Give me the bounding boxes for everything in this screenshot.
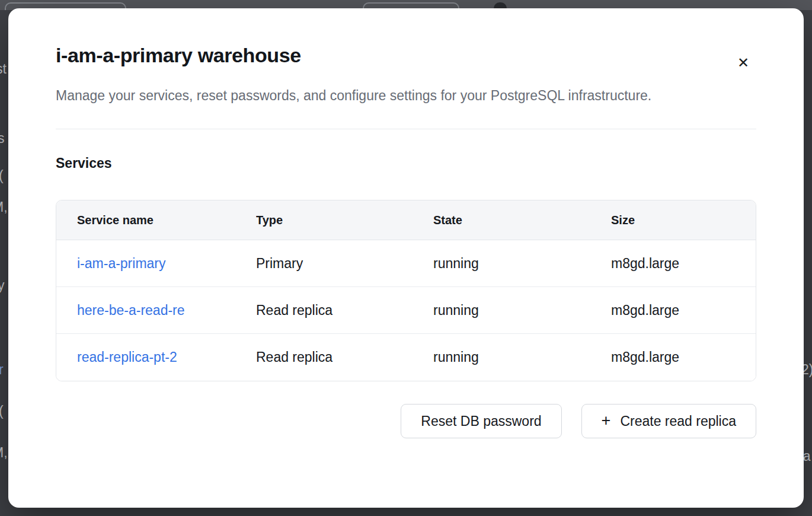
- service-size-cell: m8gd.large: [611, 302, 756, 318]
- service-type-cell: Primary: [256, 256, 433, 272]
- service-state-cell: running: [433, 349, 611, 365]
- column-header-size: Size: [611, 214, 756, 227]
- divider: [56, 129, 756, 129]
- table-row: here-be-a-read-re Read replica running m…: [56, 287, 756, 334]
- service-size-cell: m8gd.large: [611, 256, 756, 272]
- background-text-fragment: (: [0, 403, 4, 419]
- reset-db-password-button[interactable]: Reset DB password: [401, 404, 561, 438]
- background-text-fragment: y: [0, 278, 5, 294]
- column-header-type: Type: [256, 214, 433, 227]
- column-header-state: State: [433, 214, 611, 227]
- services-table: Service name Type State Size i-am-a-prim…: [56, 200, 756, 381]
- service-name-link[interactable]: here-be-a-read-re: [77, 302, 185, 318]
- close-icon: ✕: [737, 55, 749, 71]
- background-link-fragment: ir: [0, 362, 4, 378]
- create-read-replica-label: Create read replica: [620, 413, 736, 429]
- page-title: i-am-a-primary warehouse: [56, 43, 756, 68]
- table-row: read-replica-pt-2 Read replica running m…: [56, 334, 756, 381]
- service-state-cell: running: [433, 302, 611, 318]
- service-state-cell: running: [433, 256, 611, 272]
- warehouse-modal: i-am-a-primary warehouse ✕ Manage your s…: [8, 8, 804, 508]
- reset-db-password-label: Reset DB password: [421, 413, 541, 429]
- service-name-link[interactable]: i-am-a-primary: [77, 256, 166, 271]
- service-name-link[interactable]: read-replica-pt-2: [77, 349, 177, 365]
- background-text-fragment: st: [0, 61, 7, 77]
- background-text-fragment: (: [0, 168, 4, 184]
- close-button[interactable]: ✕: [731, 51, 755, 75]
- background-text-fragment: s: [0, 130, 5, 146]
- service-type-cell: Read replica: [256, 349, 433, 365]
- table-row: i-am-a-primary Primary running m8gd.larg…: [56, 240, 756, 287]
- service-type-cell: Read replica: [256, 302, 433, 318]
- plus-icon: +: [602, 413, 611, 429]
- background-text-fragment: M,: [0, 199, 8, 215]
- services-heading: Services: [56, 155, 756, 171]
- column-header-service-name: Service name: [77, 214, 256, 227]
- background-text-fragment: M,: [0, 445, 8, 461]
- service-size-cell: m8gd.large: [611, 349, 756, 365]
- create-read-replica-button[interactable]: + Create read replica: [581, 404, 756, 438]
- modal-description: Manage your services, reset passwords, a…: [56, 83, 731, 109]
- modal-footer: Reset DB password + Create read replica: [56, 404, 756, 438]
- table-header-row: Service name Type State Size: [56, 200, 756, 240]
